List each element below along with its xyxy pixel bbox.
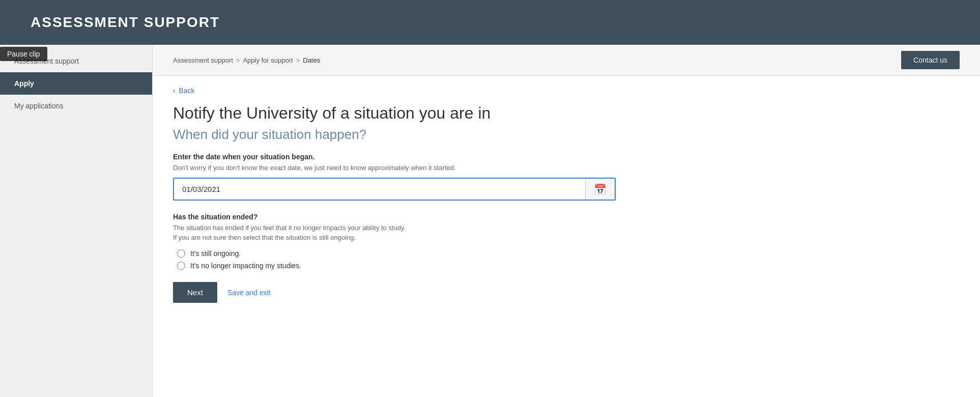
app-title: ASSESSMENT SUPPORT (31, 14, 220, 31)
calendar-button[interactable]: 📅 (585, 179, 615, 200)
breadcrumb-sep-2: > (296, 56, 300, 64)
sidebar: Assessment support Apply My applications (0, 45, 153, 397)
date-input-group: 📅 (173, 178, 616, 201)
radio-ongoing-label: It's still ongoing. (190, 249, 241, 258)
breadcrumb-assessment-support[interactable]: Assessment support (173, 56, 233, 64)
breadcrumb-sep-1: > (236, 56, 240, 64)
breadcrumb-current: Dates (303, 56, 320, 64)
radio-no-longer[interactable] (177, 262, 185, 270)
calendar-icon: 📅 (594, 183, 607, 195)
header: ASSESSMENT SUPPORT (0, 0, 980, 45)
back-chevron-icon: ‹ (173, 86, 176, 95)
radio-no-longer-label: It's no longer impacting my studies. (190, 262, 301, 270)
save-exit-link[interactable]: Save and exit (227, 289, 271, 297)
date-hint: Don't worry if you don't know the exact … (173, 164, 616, 172)
action-row: Next Save and exit (173, 282, 616, 303)
situation-ended-hint1: The situation has ended if you feel that… (173, 224, 616, 232)
breadcrumb-apply-for-support[interactable]: Apply for support (243, 56, 293, 64)
section-subtitle: When did your situation happen? (173, 127, 616, 143)
sidebar-item-apply[interactable]: Apply (0, 72, 152, 95)
sidebar-item-my-applications[interactable]: My applications (0, 95, 152, 117)
back-link[interactable]: ‹ Back (173, 86, 616, 95)
back-link-label: Back (179, 87, 194, 95)
situation-ended-hint2: If you are not sure then select that the… (173, 234, 616, 241)
radio-option-no-longer[interactable]: It's no longer impacting my studies. (173, 262, 616, 270)
form-content: ‹ Back Notify the University of a situat… (153, 76, 636, 323)
date-label: Enter the date when your situation began… (173, 153, 616, 161)
date-input[interactable] (174, 179, 585, 200)
radio-ongoing[interactable] (177, 249, 185, 258)
pause-clip-label: Pause clip (0, 47, 47, 61)
breadcrumb: Assessment support > Apply for support >… (173, 56, 320, 64)
breadcrumb-bar: Assessment support > Apply for support >… (153, 45, 980, 76)
contact-us-button[interactable]: Contact us (901, 51, 960, 69)
next-button[interactable]: Next (173, 282, 217, 303)
situation-ended-label: Has the situation ended? (173, 213, 616, 221)
radio-option-ongoing[interactable]: It's still ongoing. (173, 249, 616, 258)
page-title: Notify the University of a situation you… (173, 103, 616, 123)
content-area: Assessment support > Apply for support >… (153, 45, 980, 397)
main-layout: Assessment support Apply My applications… (0, 45, 980, 397)
